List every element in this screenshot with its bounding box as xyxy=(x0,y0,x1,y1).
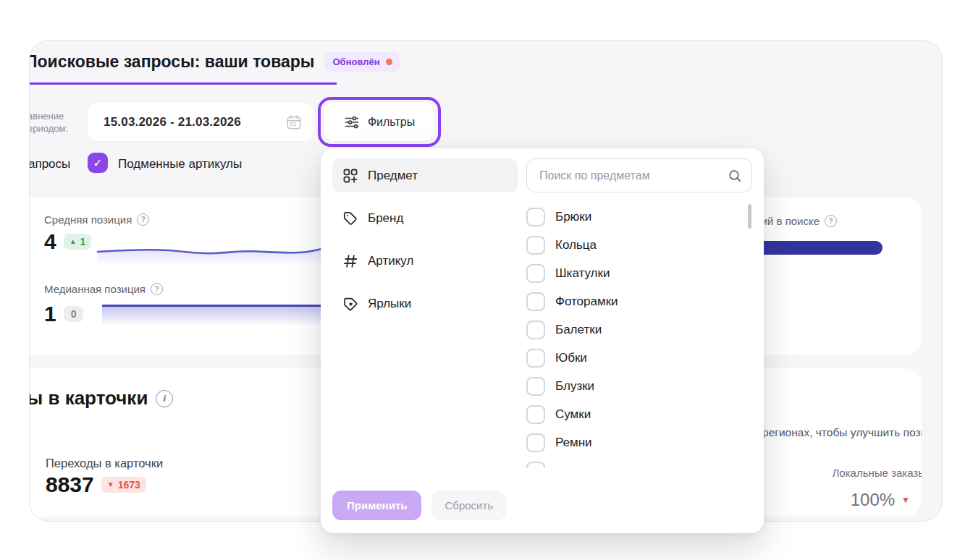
checkbox-unchecked[interactable] xyxy=(526,208,545,226)
scrollbar-thumb[interactable] xyxy=(748,204,751,229)
help-icon[interactable]: ? xyxy=(825,215,837,227)
filter-nav-label: Предмет xyxy=(368,169,418,183)
updated-badge: Обновлён xyxy=(324,52,400,72)
arrow-down-icon: ▼ xyxy=(107,481,114,488)
subject-option[interactable]: Фоторамки xyxy=(526,287,752,315)
filter-nav-subject[interactable]: Предмет xyxy=(332,158,518,192)
checkbox-unchecked[interactable] xyxy=(526,462,545,469)
arrow-down-icon: ▼ xyxy=(901,495,910,505)
checkbox-unchecked[interactable] xyxy=(526,321,545,339)
regions-hint-fragment: х регионах, чтобы улучшить пози xyxy=(754,426,922,439)
subject-option-partial[interactable] xyxy=(526,457,752,468)
filter-panel-footer: Применить Сбросить xyxy=(332,491,506,520)
help-icon[interactable]: ? xyxy=(137,213,149,226)
transitions-value: 8837 xyxy=(46,474,94,496)
substituted-checkbox-checked[interactable]: ✓ xyxy=(88,153,108,173)
filter-nav-labels[interactable]: Ярлыки xyxy=(332,287,518,321)
checkbox-unchecked[interactable] xyxy=(526,264,545,283)
local-orders-value-row: 100% ▼ xyxy=(851,490,910,510)
subject-option[interactable]: Ремни xyxy=(526,428,752,457)
active-tab-underline xyxy=(30,82,337,85)
queries-tab-fragment[interactable]: апросы xyxy=(29,157,70,171)
subject-option[interactable]: Юбки xyxy=(526,344,752,372)
subject-option[interactable]: Брюки xyxy=(526,203,752,231)
filters-button-label: Фильтры xyxy=(368,116,415,129)
tag-icon xyxy=(342,211,358,226)
median-position-sparkline xyxy=(102,305,345,326)
median-position-delta-badge: 0 xyxy=(64,306,84,322)
filter-nav-label: Ярлыки xyxy=(368,297,411,311)
updated-badge-label: Обновлён xyxy=(332,56,379,67)
checkbox-unchecked[interactable] xyxy=(526,292,545,311)
filter-content: Брюки Кольца Шкатулки Фоторамки Балетки … xyxy=(526,158,752,523)
local-orders-value: 100% xyxy=(851,490,895,510)
subject-option[interactable]: Сумки xyxy=(526,400,752,428)
filters-button[interactable]: Фильтры xyxy=(324,103,434,141)
transitions-delta-badge: ▼ 1673 xyxy=(101,477,146,493)
compare-period-label: авнение ериодом: xyxy=(29,110,68,135)
subject-search-box[interactable] xyxy=(526,158,752,192)
filter-nav-label: Артикул xyxy=(368,254,413,268)
label-heart-icon xyxy=(342,296,358,312)
sliders-icon xyxy=(344,114,360,130)
median-position-label: Медианная позиция ? xyxy=(44,283,163,295)
filters-dropdown-panel: Предмет Бренд Артикул xyxy=(321,148,764,533)
substituted-label: Подменные артикулы xyxy=(118,157,242,171)
hash-icon xyxy=(342,253,358,269)
subject-option[interactable]: Шкатулки xyxy=(526,259,752,287)
subject-option[interactable]: Балетки xyxy=(526,315,752,344)
median-position-value: 1 xyxy=(44,303,56,325)
card-transitions-heading: ы в карточки i xyxy=(30,387,173,410)
checkbox-unchecked[interactable] xyxy=(526,377,545,396)
updated-dot-icon xyxy=(386,59,392,65)
transitions-label: Переходы в карточки xyxy=(46,457,163,470)
filter-nav-label: Бренд xyxy=(368,211,403,226)
calendar-icon[interactable] xyxy=(285,114,303,131)
search-positions-label-fragment: ций в поиске ? xyxy=(755,215,837,227)
avg-position-sparkline xyxy=(96,238,347,266)
filter-nav-brand[interactable]: Бренд xyxy=(332,201,518,235)
avg-position-label: Средняя позиция ? xyxy=(44,213,149,226)
page-title-text: Поисковые запросы: ваши товары xyxy=(29,52,314,72)
help-icon[interactable]: ? xyxy=(151,283,163,295)
subject-option[interactable]: Блузки xyxy=(526,372,752,400)
avg-position-value-row: 4 ▲ 1 xyxy=(44,231,91,253)
apply-button[interactable]: Применить xyxy=(332,491,421,520)
subject-search-input[interactable] xyxy=(538,169,722,183)
local-orders-label: Локальные заказы xyxy=(832,467,922,479)
date-range-picker[interactable]: 15.03.2026 - 21.03.2026 xyxy=(88,103,313,141)
reset-button[interactable]: Сбросить xyxy=(431,491,506,520)
subject-list: Брюки Кольца Шкатулки Фоторамки Балетки … xyxy=(526,203,752,468)
avg-position-value: 4 xyxy=(44,231,56,253)
checkbox-unchecked[interactable] xyxy=(526,405,545,424)
checkbox-unchecked[interactable] xyxy=(526,349,545,368)
search-icon[interactable] xyxy=(728,169,742,183)
transitions-value-row: 8837 ▼ 1673 xyxy=(46,474,146,496)
date-range-value: 15.03.2026 - 21.03.2026 xyxy=(104,115,285,130)
checkbox-unchecked[interactable] xyxy=(526,236,545,255)
arrow-up-icon: ▲ xyxy=(70,238,77,245)
median-position-value-row: 1 0 xyxy=(44,303,83,325)
checkbox-unchecked[interactable] xyxy=(526,433,545,452)
filter-nav-article[interactable]: Артикул xyxy=(332,244,518,278)
info-icon[interactable]: i xyxy=(156,390,173,407)
avg-position-delta-badge: ▲ 1 xyxy=(64,234,92,250)
filter-nav: Предмет Бренд Артикул xyxy=(332,158,518,523)
page-title: Поисковые запросы: ваши товары Обновлён xyxy=(29,52,400,72)
subject-option[interactable]: Кольца xyxy=(526,231,752,259)
category-icon xyxy=(342,168,358,184)
